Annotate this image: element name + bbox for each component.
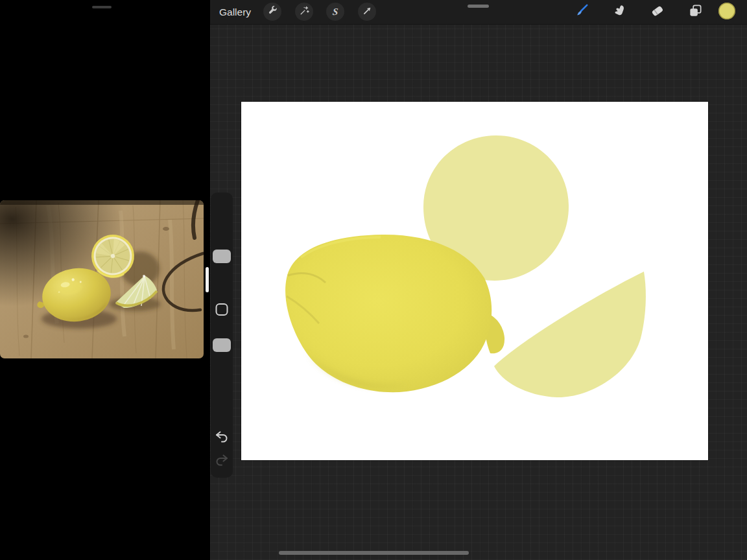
- modify-button[interactable]: [216, 303, 228, 316]
- undo-icon: [215, 435, 229, 446]
- layers-icon: [688, 3, 703, 21]
- right-window-drag-handle[interactable]: [468, 5, 489, 8]
- reference-photo: [0, 200, 204, 358]
- wrench-icon: [267, 5, 278, 19]
- home-indicator[interactable]: [279, 551, 469, 555]
- paint-app-window: Gallery S: [210, 0, 747, 560]
- redo-icon: [215, 458, 229, 469]
- color-swatch-button[interactable]: [718, 3, 735, 19]
- erase-tool-button[interactable]: [648, 3, 665, 20]
- transform-button[interactable]: [358, 3, 376, 21]
- drawing-canvas[interactable]: [241, 102, 708, 460]
- wedge-underpainting-blob: [494, 272, 646, 397]
- top-toolbar: Gallery S: [210, 0, 747, 25]
- adjustments-button[interactable]: [295, 3, 313, 21]
- actions-button[interactable]: [263, 3, 281, 21]
- selection-button[interactable]: S: [326, 3, 344, 21]
- smudge-tool-button[interactable]: [611, 3, 628, 20]
- paint-tool-button[interactable]: [573, 3, 590, 20]
- eraser-icon: [650, 3, 665, 21]
- opacity-slider[interactable]: [213, 338, 231, 352]
- smudge-finger-icon: [612, 3, 627, 21]
- magic-wand-icon: [299, 5, 310, 19]
- split-divider-handle[interactable]: [206, 267, 209, 292]
- layers-button[interactable]: [687, 3, 704, 20]
- gallery-button[interactable]: Gallery: [219, 0, 251, 24]
- selection-s-icon: S: [332, 6, 338, 18]
- sidebar-controls: [211, 192, 233, 478]
- transform-arrow-icon: [362, 5, 373, 19]
- left-window-drag-handle[interactable]: [92, 6, 112, 8]
- brush-icon: [574, 3, 589, 21]
- undo-button[interactable]: [215, 430, 229, 444]
- redo-button[interactable]: [215, 453, 229, 467]
- brush-size-slider[interactable]: [213, 250, 231, 263]
- reference-panel: [0, 0, 210, 560]
- canvas-artwork: [241, 102, 708, 460]
